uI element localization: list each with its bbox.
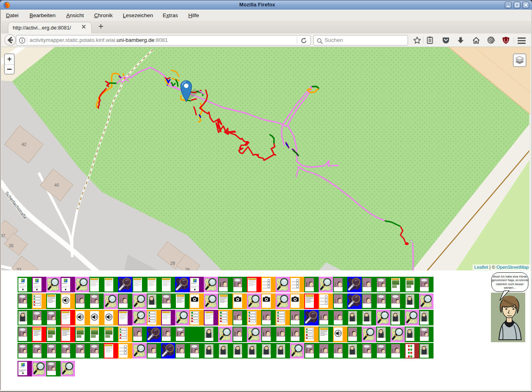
svg-text:28: 28 [170, 261, 175, 266]
svg-text:35: 35 [9, 243, 14, 248]
svg-text:40: 40 [54, 183, 59, 187]
svg-text:42: 42 [22, 142, 26, 147]
svg-text:33: 33 [16, 267, 21, 270]
svg-text:26: 26 [185, 267, 190, 270]
